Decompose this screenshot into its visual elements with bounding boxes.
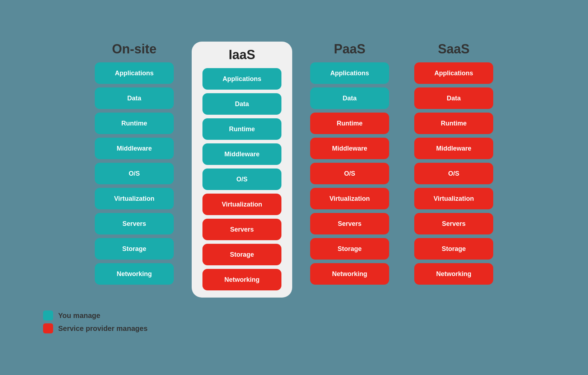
legend-dot-teal bbox=[43, 310, 53, 321]
items-list-paas: ApplicationsDataRuntimeMiddlewareO/SVirt… bbox=[303, 62, 396, 285]
badge-onsite-networking: Networking bbox=[95, 263, 174, 285]
column-paas: PaaSApplicationsDataRuntimeMiddlewareO/S… bbox=[303, 42, 396, 285]
badge-iaas-networking: Networking bbox=[202, 269, 281, 290]
badge-onsite-data: Data bbox=[95, 87, 174, 109]
badge-onsite-applications: Applications bbox=[95, 62, 174, 84]
legend-label-teal: You manage bbox=[58, 312, 100, 320]
badge-paas-virtualization: Virtualization bbox=[310, 188, 389, 209]
badge-iaas-applications: Applications bbox=[202, 68, 281, 90]
badge-paas-storage: Storage bbox=[310, 238, 389, 260]
badge-onsite-middleware: Middleware bbox=[95, 138, 174, 159]
badge-onsite-storage: Storage bbox=[95, 238, 174, 260]
main-container: On-siteApplicationsDataRuntimeMiddleware… bbox=[0, 27, 588, 348]
badge-onsite-servers: Servers bbox=[95, 213, 174, 234]
items-list-saas: ApplicationsDataRuntimeMiddlewareO/SVirt… bbox=[407, 62, 500, 285]
badge-paas-o-s: O/S bbox=[310, 163, 389, 184]
badge-paas-middleware: Middleware bbox=[310, 138, 389, 159]
header-onsite: On-site bbox=[88, 42, 181, 57]
column-iaas: IaaSApplicationsDataRuntimeMiddlewareO/S… bbox=[192, 42, 292, 298]
legend-label-red: Service provider manages bbox=[58, 324, 148, 333]
badge-saas-servers: Servers bbox=[414, 213, 493, 234]
badge-paas-servers: Servers bbox=[310, 213, 389, 234]
column-onsite: On-siteApplicationsDataRuntimeMiddleware… bbox=[88, 42, 181, 285]
items-list-onsite: ApplicationsDataRuntimeMiddlewareO/SVirt… bbox=[88, 62, 181, 285]
items-list-iaas: ApplicationsDataRuntimeMiddlewareO/SVirt… bbox=[199, 68, 285, 290]
header-iaas: IaaS bbox=[199, 47, 285, 62]
badge-paas-runtime: Runtime bbox=[310, 113, 389, 134]
columns-wrapper: On-siteApplicationsDataRuntimeMiddleware… bbox=[88, 42, 500, 298]
badge-iaas-virtualization: Virtualization bbox=[202, 194, 281, 215]
legend-item-teal: You manage bbox=[43, 310, 148, 321]
badge-saas-data: Data bbox=[414, 87, 493, 109]
badge-paas-data: Data bbox=[310, 87, 389, 109]
badge-saas-networking: Networking bbox=[414, 263, 493, 285]
badge-iaas-middleware: Middleware bbox=[202, 143, 281, 165]
badge-iaas-o-s: O/S bbox=[202, 168, 281, 190]
badge-onsite-o-s: O/S bbox=[95, 163, 174, 184]
badge-paas-networking: Networking bbox=[310, 263, 389, 285]
legend: You manageService provider manages bbox=[43, 310, 148, 333]
legend-item-red: Service provider manages bbox=[43, 323, 148, 333]
badge-saas-middleware: Middleware bbox=[414, 138, 493, 159]
badge-iaas-servers: Servers bbox=[202, 219, 281, 240]
legend-dot-red bbox=[43, 323, 53, 333]
header-paas: PaaS bbox=[303, 42, 396, 57]
badge-saas-o-s: O/S bbox=[414, 163, 493, 184]
badge-saas-applications: Applications bbox=[414, 62, 493, 84]
badge-saas-storage: Storage bbox=[414, 238, 493, 260]
badge-saas-virtualization: Virtualization bbox=[414, 188, 493, 209]
badge-paas-applications: Applications bbox=[310, 62, 389, 84]
badge-onsite-runtime: Runtime bbox=[95, 113, 174, 134]
badge-iaas-data: Data bbox=[202, 93, 281, 115]
badge-saas-runtime: Runtime bbox=[414, 113, 493, 134]
column-saas: SaaSApplicationsDataRuntimeMiddlewareO/S… bbox=[407, 42, 500, 285]
badge-iaas-runtime: Runtime bbox=[202, 118, 281, 140]
header-saas: SaaS bbox=[407, 42, 500, 57]
badge-onsite-virtualization: Virtualization bbox=[95, 188, 174, 209]
badge-iaas-storage: Storage bbox=[202, 244, 281, 265]
